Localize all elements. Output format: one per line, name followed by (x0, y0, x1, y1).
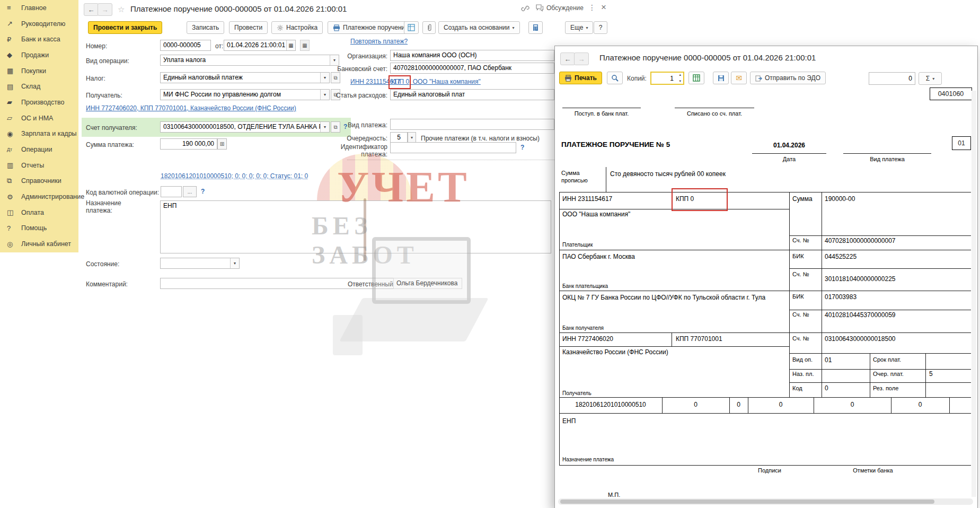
priority-field[interactable]: 5 (390, 132, 408, 143)
save-button[interactable] (713, 72, 729, 84)
currency-code-more-button[interactable]: ... (183, 186, 197, 197)
send-edo-button[interactable]: Отправить по ЭДО (750, 72, 826, 84)
page-title: Платежное поручение 0000-000005 от 01.04… (130, 4, 347, 13)
doc-recv-bank-label: Банк получателя (562, 325, 604, 331)
v-scrollbar-track[interactable] (972, 91, 976, 497)
post-button[interactable]: Провести (229, 21, 268, 34)
doc-kbk-zero: 0 (891, 401, 949, 408)
currency-code-field[interactable] (161, 186, 182, 197)
register-records-button[interactable] (528, 21, 543, 34)
print-button[interactable]: Печать (559, 72, 602, 84)
get-link-icon[interactable] (521, 4, 529, 13)
kbk-link[interactable]: 18201061201010000510; 0; 0; 0; 0; 0; Ста… (161, 172, 308, 180)
bank-account-field[interactable]: 40702810000000000007, ПАО Сбербанк (390, 63, 554, 74)
comment-label: Комментарий: (86, 281, 128, 288)
close-icon[interactable]: × (601, 2, 606, 13)
load-document-button[interactable] (404, 21, 419, 34)
doc-kind-line (843, 153, 931, 154)
payment-order-print-button[interactable]: Платежное поручение (328, 21, 414, 34)
attachments-button[interactable] (422, 21, 436, 34)
sidebar-item-proizvodstvo[interactable]: ▰Производство (0, 94, 78, 110)
expense-item-field[interactable]: Единый налоговый плат (390, 89, 554, 100)
amount-calc-icon[interactable]: ⊞ (217, 138, 227, 150)
priority-note: Прочие платежи (в т.ч. налоги и взносы) (421, 135, 540, 142)
doc-vid-op-label: Вид оп. (792, 356, 813, 363)
number-label: Номер: (86, 42, 107, 50)
favorite-star-icon[interactable]: ☆ (118, 5, 125, 14)
create-based-on-button[interactable]: Создать на основании ▾ (438, 21, 520, 34)
write-button[interactable]: Записать (187, 21, 224, 34)
stamp-label-in: Поступ. в банк плат. (562, 110, 641, 117)
spin-up-icon[interactable]: ▴ (679, 73, 681, 77)
time-list-icon[interactable]: ▦ (300, 40, 310, 51)
state-field[interactable]: ▾ (160, 258, 240, 269)
tax-field[interactable]: Единый налоговый платеж▾ (160, 72, 330, 83)
settings-button[interactable]: Настройка (271, 21, 323, 34)
repeat-payment-link[interactable]: Повторять платеж? (350, 38, 408, 45)
sidebar-item-label: Справочники (21, 177, 61, 185)
sidebar-item-pomoshch[interactable]: ?Помощь (0, 221, 78, 237)
sidebar-item-os-i-nma[interactable]: ▱ОС и НМА (0, 110, 78, 126)
sidebar-item-sklad[interactable]: ▤Склад (0, 78, 78, 94)
organization-field[interactable]: Наша компания ООО (ОСН) (390, 50, 554, 61)
payee-label: Получатель: (86, 92, 122, 99)
back-button[interactable]: ← (84, 3, 99, 16)
send-email-button[interactable]: ✉ (731, 72, 747, 84)
payment-id-help-icon[interactable]: ? (520, 144, 524, 151)
doc-title: ПЛАТЕЖНОЕ ПОРУЧЕНИЕ № 5 (561, 141, 670, 148)
spin-down-icon[interactable]: ▾ (679, 79, 681, 83)
payment-id-field[interactable] (390, 142, 516, 153)
sidebar-item-operacii[interactable]: ДтОперации (0, 142, 78, 157)
menu-dots-icon[interactable]: ⋮ (588, 3, 596, 12)
doc-kbk-zero: 0 (662, 401, 729, 408)
print-back-button[interactable]: ← (560, 52, 575, 65)
post-and-close-button[interactable]: Провести и закрыть (88, 21, 162, 34)
sidebar-item-label: Главное (21, 4, 47, 12)
sidebar-item-rukovoditelyu[interactable]: ↗Руководителю (0, 16, 78, 32)
sidebar-item-glavnoe[interactable]: ≡Главное (0, 0, 78, 16)
date-field[interactable]: 01.04.2026 21:00:01▦ (224, 40, 296, 51)
print-forward-button[interactable]: → (574, 52, 589, 65)
org-name-link[interactable]: , ООО "Наша компания" (409, 78, 481, 85)
sidebar-item-otchety[interactable]: ▥Отчеты (0, 157, 78, 173)
open-spreadsheet-button[interactable] (688, 72, 704, 84)
chevron-down-icon[interactable]: ▾ (230, 258, 239, 268)
currency-code-help-icon[interactable]: ? (201, 188, 205, 195)
doc-acc-label: Сч. № (792, 335, 809, 341)
sidebar-item-prodazhi[interactable]: ◆Продажи (0, 47, 78, 63)
preview-button[interactable] (607, 72, 623, 84)
responsible-field[interactable]: Ольга Бердечникова (393, 278, 462, 289)
counter-field[interactable]: 0 (869, 72, 915, 85)
doc-date: 01.04.2026 (752, 142, 826, 149)
forward-icon: → (578, 55, 585, 63)
payment-kind-field[interactable] (390, 119, 554, 130)
purpose-textarea[interactable]: ЕНП (160, 200, 551, 253)
forward-button[interactable]: → (98, 3, 112, 16)
discussion-button[interactable]: Обсуждение (535, 4, 584, 12)
tax-open-button[interactable]: ⧉ (331, 72, 340, 83)
copies-value: 1 (670, 75, 674, 82)
amount-words-label2: прописью (561, 177, 588, 183)
chevron-down-icon[interactable]: ▾ (320, 73, 329, 83)
envelope-icon: ✉ (736, 74, 742, 82)
sidebar-item-lichnyy-kabinet[interactable]: ◎Личный кабинет (0, 236, 78, 252)
sum-button[interactable]: Σ ▾ (919, 72, 942, 85)
priority-dropdown-button[interactable]: ▾ (408, 132, 416, 143)
amount-field[interactable]: 190 000,00 (160, 138, 217, 150)
sidebar-item-bank-i-kassa[interactable]: ₽Банк и касса (0, 31, 78, 47)
more-button[interactable]: Еще ▾ (565, 21, 593, 34)
copies-stepper[interactable]: 1 ▴ ▾ (650, 72, 684, 85)
stamp-line (675, 108, 754, 108)
sidebar-item-zarplata-i-kadry[interactable]: ◉Зарплата и кадры (0, 126, 78, 142)
payee-details-link[interactable]: ИНН 7727406020, КПП 770701001, Казначейс… (86, 104, 296, 112)
sidebar-item-oplata[interactable]: ◫Оплата (0, 205, 78, 221)
watermark-laptop-base (339, 298, 489, 341)
sidebar-item-spravochniki[interactable]: ⧉Справочники (0, 173, 78, 189)
number-field[interactable]: 0000-000005 (160, 40, 211, 51)
warehouse-icon: ▤ (7, 83, 21, 91)
help-button[interactable]: ? (594, 21, 607, 34)
sidebar-item-administrirovanie[interactable]: ⚙Администрирование (0, 189, 78, 205)
sidebar-item-pokupki[interactable]: ▦Покупки (0, 63, 78, 79)
h-scrollbar-thumb[interactable] (560, 500, 934, 504)
calendar-icon[interactable]: ▦ (286, 40, 295, 50)
